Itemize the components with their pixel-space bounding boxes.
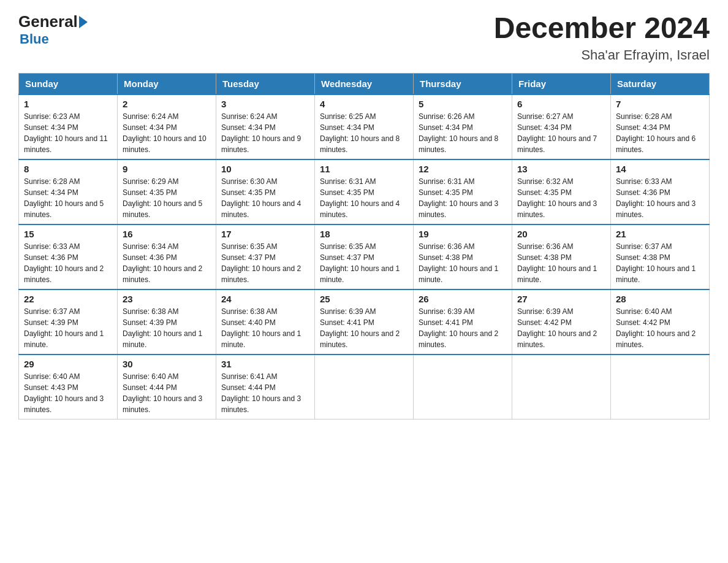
- col-saturday: Saturday: [611, 73, 710, 94]
- day-info: Sunrise: 6:33 AM Sunset: 4:36 PM Dayligh…: [24, 241, 112, 285]
- day-info: Sunrise: 6:25 AM Sunset: 4:34 PM Dayligh…: [320, 111, 408, 155]
- day-info: Sunrise: 6:40 AM Sunset: 4:42 PM Dayligh…: [616, 306, 704, 350]
- table-row: 27 Sunrise: 6:39 AM Sunset: 4:42 PM Dayl…: [512, 289, 611, 354]
- table-row: [611, 354, 710, 419]
- day-info: Sunrise: 6:39 AM Sunset: 4:41 PM Dayligh…: [419, 306, 507, 350]
- day-number: 24: [221, 294, 309, 304]
- day-info: Sunrise: 6:28 AM Sunset: 4:34 PM Dayligh…: [616, 111, 704, 155]
- day-info: Sunrise: 6:35 AM Sunset: 4:37 PM Dayligh…: [221, 241, 309, 285]
- day-number: 13: [517, 164, 605, 174]
- calendar-week-row: 15 Sunrise: 6:33 AM Sunset: 4:36 PM Dayl…: [19, 224, 710, 289]
- day-number: 6: [517, 99, 605, 109]
- day-info: Sunrise: 6:31 AM Sunset: 4:35 PM Dayligh…: [320, 176, 408, 220]
- table-row: 11 Sunrise: 6:31 AM Sunset: 4:35 PM Dayl…: [315, 159, 414, 224]
- table-row: 29 Sunrise: 6:40 AM Sunset: 4:43 PM Dayl…: [19, 354, 118, 419]
- day-info: Sunrise: 6:36 AM Sunset: 4:38 PM Dayligh…: [419, 241, 507, 285]
- day-number: 5: [419, 99, 507, 109]
- day-number: 2: [123, 99, 211, 109]
- day-number: 10: [221, 164, 309, 174]
- logo-text-general: General: [18, 12, 78, 31]
- day-number: 30: [123, 359, 211, 369]
- col-friday: Friday: [512, 73, 611, 94]
- col-thursday: Thursday: [414, 73, 512, 94]
- day-info: Sunrise: 6:28 AM Sunset: 4:34 PM Dayligh…: [24, 176, 112, 220]
- day-info: Sunrise: 6:26 AM Sunset: 4:34 PM Dayligh…: [419, 111, 507, 155]
- day-info: Sunrise: 6:24 AM Sunset: 4:34 PM Dayligh…: [221, 111, 309, 155]
- table-row: [315, 354, 414, 419]
- day-info: Sunrise: 6:38 AM Sunset: 4:39 PM Dayligh…: [123, 306, 211, 350]
- table-row: 20 Sunrise: 6:36 AM Sunset: 4:38 PM Dayl…: [512, 224, 611, 289]
- logo: General Blue: [18, 12, 88, 47]
- table-row: 22 Sunrise: 6:37 AM Sunset: 4:39 PM Dayl…: [19, 289, 118, 354]
- table-row: 15 Sunrise: 6:33 AM Sunset: 4:36 PM Dayl…: [19, 224, 118, 289]
- col-wednesday: Wednesday: [315, 73, 414, 94]
- day-number: 11: [320, 164, 408, 174]
- col-tuesday: Tuesday: [216, 73, 315, 94]
- table-row: 13 Sunrise: 6:32 AM Sunset: 4:35 PM Dayl…: [512, 159, 611, 224]
- day-info: Sunrise: 6:30 AM Sunset: 4:35 PM Dayligh…: [221, 176, 309, 220]
- day-info: Sunrise: 6:23 AM Sunset: 4:34 PM Dayligh…: [24, 111, 112, 155]
- table-row: 14 Sunrise: 6:33 AM Sunset: 4:36 PM Dayl…: [611, 159, 710, 224]
- day-number: 17: [221, 229, 309, 239]
- table-row: 17 Sunrise: 6:35 AM Sunset: 4:37 PM Dayl…: [216, 224, 315, 289]
- calendar-week-row: 29 Sunrise: 6:40 AM Sunset: 4:43 PM Dayl…: [19, 354, 710, 419]
- day-number: 9: [123, 164, 211, 174]
- table-row: 30 Sunrise: 6:40 AM Sunset: 4:44 PM Dayl…: [118, 354, 216, 419]
- table-row: 1 Sunrise: 6:23 AM Sunset: 4:34 PM Dayli…: [19, 94, 118, 159]
- table-row: 28 Sunrise: 6:40 AM Sunset: 4:42 PM Dayl…: [611, 289, 710, 354]
- calendar-week-row: 1 Sunrise: 6:23 AM Sunset: 4:34 PM Dayli…: [19, 94, 710, 159]
- table-row: 5 Sunrise: 6:26 AM Sunset: 4:34 PM Dayli…: [414, 94, 512, 159]
- table-row: 6 Sunrise: 6:27 AM Sunset: 4:34 PM Dayli…: [512, 94, 611, 159]
- day-number: 12: [419, 164, 507, 174]
- table-row: 4 Sunrise: 6:25 AM Sunset: 4:34 PM Dayli…: [315, 94, 414, 159]
- day-number: 15: [24, 229, 112, 239]
- table-row: 18 Sunrise: 6:35 AM Sunset: 4:37 PM Dayl…: [315, 224, 414, 289]
- calendar-title-block: December 2024 Sha'ar Efrayim, Israel: [494, 12, 710, 63]
- day-info: Sunrise: 6:36 AM Sunset: 4:38 PM Dayligh…: [517, 241, 605, 285]
- day-number: 18: [320, 229, 408, 239]
- day-info: Sunrise: 6:34 AM Sunset: 4:36 PM Dayligh…: [123, 241, 211, 285]
- logo-triangle-icon: [79, 16, 88, 28]
- table-row: 3 Sunrise: 6:24 AM Sunset: 4:34 PM Dayli…: [216, 94, 315, 159]
- day-info: Sunrise: 6:40 AM Sunset: 4:44 PM Dayligh…: [123, 371, 211, 415]
- day-number: 25: [320, 294, 408, 304]
- table-row: 12 Sunrise: 6:31 AM Sunset: 4:35 PM Dayl…: [414, 159, 512, 224]
- calendar-title: December 2024: [494, 12, 710, 45]
- table-row: 19 Sunrise: 6:36 AM Sunset: 4:38 PM Dayl…: [414, 224, 512, 289]
- page-header: General Blue December 2024 Sha'ar Efrayi…: [18, 12, 710, 63]
- day-number: 1: [24, 99, 112, 109]
- calendar-subtitle: Sha'ar Efrayim, Israel: [494, 47, 710, 63]
- calendar-week-row: 8 Sunrise: 6:28 AM Sunset: 4:34 PM Dayli…: [19, 159, 710, 224]
- day-number: 4: [320, 99, 408, 109]
- table-row: [512, 354, 611, 419]
- day-info: Sunrise: 6:27 AM Sunset: 4:34 PM Dayligh…: [517, 111, 605, 155]
- day-number: 19: [419, 229, 507, 239]
- table-row: 25 Sunrise: 6:39 AM Sunset: 4:41 PM Dayl…: [315, 289, 414, 354]
- col-sunday: Sunday: [19, 73, 118, 94]
- day-info: Sunrise: 6:35 AM Sunset: 4:37 PM Dayligh…: [320, 241, 408, 285]
- table-row: 26 Sunrise: 6:39 AM Sunset: 4:41 PM Dayl…: [414, 289, 512, 354]
- table-row: 16 Sunrise: 6:34 AM Sunset: 4:36 PM Dayl…: [118, 224, 216, 289]
- day-info: Sunrise: 6:37 AM Sunset: 4:38 PM Dayligh…: [616, 241, 704, 285]
- day-number: 8: [24, 164, 112, 174]
- table-row: 8 Sunrise: 6:28 AM Sunset: 4:34 PM Dayli…: [19, 159, 118, 224]
- table-row: 31 Sunrise: 6:41 AM Sunset: 4:44 PM Dayl…: [216, 354, 315, 419]
- table-row: [414, 354, 512, 419]
- table-row: 23 Sunrise: 6:38 AM Sunset: 4:39 PM Dayl…: [118, 289, 216, 354]
- day-number: 3: [221, 99, 309, 109]
- day-info: Sunrise: 6:31 AM Sunset: 4:35 PM Dayligh…: [419, 176, 507, 220]
- day-number: 20: [517, 229, 605, 239]
- day-number: 28: [616, 294, 704, 304]
- table-row: 24 Sunrise: 6:38 AM Sunset: 4:40 PM Dayl…: [216, 289, 315, 354]
- day-number: 7: [616, 99, 704, 109]
- day-info: Sunrise: 6:29 AM Sunset: 4:35 PM Dayligh…: [123, 176, 211, 220]
- table-row: 2 Sunrise: 6:24 AM Sunset: 4:34 PM Dayli…: [118, 94, 216, 159]
- table-row: 7 Sunrise: 6:28 AM Sunset: 4:34 PM Dayli…: [611, 94, 710, 159]
- col-monday: Monday: [118, 73, 216, 94]
- logo-text-blue: Blue: [20, 31, 49, 47]
- day-info: Sunrise: 6:32 AM Sunset: 4:35 PM Dayligh…: [517, 176, 605, 220]
- day-number: 23: [123, 294, 211, 304]
- day-number: 29: [24, 359, 112, 369]
- day-number: 26: [419, 294, 507, 304]
- table-row: 21 Sunrise: 6:37 AM Sunset: 4:38 PM Dayl…: [611, 224, 710, 289]
